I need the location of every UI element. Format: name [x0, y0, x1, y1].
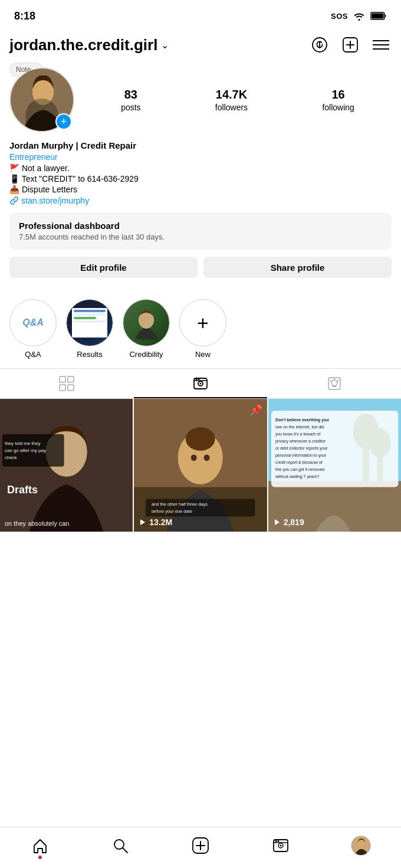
pro-dashboard-subtitle: 7.5M accounts reached in the last 30 day…	[19, 232, 382, 241]
profile-nav-avatar-svg	[351, 836, 371, 856]
bio-category[interactable]: Entrepreneur	[9, 152, 392, 162]
username-area[interactable]: jordan.the.credit.girl ⌄	[9, 36, 169, 54]
nav-home[interactable]	[22, 831, 58, 860]
highlight-new-circle: +	[179, 299, 226, 346]
edit-profile-button[interactable]: Edit profile	[9, 257, 198, 278]
link-icon	[9, 196, 19, 205]
action-buttons: Edit profile Share profile	[9, 257, 392, 278]
grid-item-2-bg: and the other half three days before you…	[134, 399, 267, 532]
threads-icon[interactable]	[309, 34, 330, 55]
nav-search[interactable]	[103, 831, 138, 860]
followers-stat[interactable]: 14.7K followers	[215, 88, 248, 112]
grid-icon	[59, 376, 74, 391]
add-story-button[interactable]: +	[55, 113, 72, 130]
nav-add[interactable]	[183, 831, 218, 860]
highlight-qa-circle: Q&A	[9, 299, 57, 346]
tab-tagged[interactable]	[267, 369, 401, 398]
view-count-2: 13.2M	[149, 517, 172, 527]
grid-item-2[interactable]: and the other half three days before you…	[134, 399, 267, 532]
sos-label: SOS	[331, 12, 348, 21]
posts-count: 83	[124, 88, 137, 101]
svg-point-72	[280, 844, 282, 846]
svg-text:without waiting 7 years?: without waiting 7 years?	[275, 474, 319, 479]
reels-nav-icon	[272, 837, 289, 854]
search-icon	[112, 837, 129, 854]
profile-nav-avatar	[351, 836, 371, 856]
svg-text:or debt collector reports your: or debt collector reports your	[275, 446, 328, 451]
add-icon	[192, 837, 209, 854]
add-post-icon[interactable]	[340, 34, 361, 55]
followers-count: 14.7K	[216, 88, 247, 101]
highlights-section: Q&A Q&A Results	[0, 297, 401, 368]
highlight-credibility-image	[123, 299, 169, 346]
profile-top: Note...	[9, 67, 392, 132]
svg-point-40	[186, 427, 215, 451]
highlight-qa[interactable]: Q&A Q&A	[9, 299, 57, 359]
highlight-results-label: Results	[77, 350, 102, 359]
status-bar: 8:18 SOS	[0, 0, 401, 30]
svg-rect-15	[60, 376, 65, 382]
bio-line-1: 🚩 Not a lawyer.	[9, 163, 392, 173]
svg-point-74	[275, 840, 277, 842]
menu-icon[interactable]	[370, 34, 392, 55]
bio-link[interactable]: stan.store/jmurphy	[9, 196, 392, 205]
results-inner	[67, 299, 113, 346]
svg-point-26	[331, 380, 337, 386]
tab-grid[interactable]	[0, 369, 134, 398]
grid-item-1[interactable]: they told me they can go after my pay ch…	[0, 399, 133, 532]
results-line-2	[74, 313, 106, 316]
svg-point-42	[204, 454, 210, 461]
nav-icons	[309, 34, 392, 55]
pin-icon: 📌	[249, 404, 262, 417]
tab-reels[interactable]	[134, 369, 268, 398]
credibility-face-svg	[130, 307, 163, 339]
chevron-down-icon: ⌄	[161, 40, 169, 51]
status-time: 8:18	[14, 10, 35, 22]
svg-text:they told me they: they told me they	[5, 441, 41, 446]
svg-point-75	[278, 840, 280, 842]
highlight-new[interactable]: + New	[179, 299, 226, 359]
svg-point-78	[357, 840, 366, 849]
home-notification-dot	[38, 856, 42, 859]
grid-item-1-svg: they told me they can go after my pay ch…	[0, 399, 133, 532]
highlight-qa-label: Q&A	[25, 350, 41, 359]
bio-line-2: 📱 Text "CREDIT" to 614-636-2929	[9, 174, 392, 184]
svg-text:and the other half three days: and the other half three days	[152, 502, 208, 507]
nav-profile[interactable]	[343, 831, 379, 860]
username-text: jordan.the.credit.girl	[9, 36, 157, 54]
grid-item-3[interactable]: Don't believe everthing you see on the i…	[268, 399, 401, 532]
results-line-3	[74, 317, 96, 319]
credibility-inner	[123, 299, 169, 346]
posts-stat[interactable]: 83 posts	[121, 88, 140, 112]
posts-label: posts	[121, 103, 140, 112]
bio-section: Jordan Murphy | Credit Repair Entreprene…	[9, 140, 392, 205]
highlight-credibility-label: Credibility	[129, 350, 163, 359]
svg-text:see on the internet, but did: see on the internet, but did	[275, 425, 324, 429]
highlight-results[interactable]: Results	[66, 299, 113, 359]
tab-bar	[0, 368, 401, 399]
svg-text:personal information to your: personal information to your	[275, 453, 327, 458]
results-line-4	[74, 320, 106, 323]
avatar-container[interactable]: Note...	[9, 67, 74, 132]
svg-rect-1	[372, 14, 384, 19]
followers-label: followers	[215, 103, 248, 112]
grid-item-2-svg: and the other half three days before you…	[134, 399, 267, 532]
highlight-credibility[interactable]: Credibility	[123, 299, 170, 359]
view-count-3: 2,819	[284, 517, 304, 527]
bio-link-text: stan.store/jmurphy	[21, 196, 89, 205]
status-icons: SOS	[331, 11, 387, 21]
following-stat[interactable]: 16 following	[322, 88, 354, 112]
svg-text:credit report & because of: credit report & because of	[275, 460, 323, 465]
svg-text:before your due date: before your due date	[152, 509, 192, 514]
share-profile-button[interactable]: Share profile	[203, 257, 392, 278]
play-icon-3	[273, 518, 281, 526]
highlight-new-plus: +	[197, 312, 209, 335]
nav-reels[interactable]	[263, 831, 298, 860]
svg-text:check: check	[5, 455, 17, 460]
pro-dashboard[interactable]: Professional dashboard 7.5M accounts rea…	[9, 212, 392, 250]
grid-drafts-label: Drafts	[7, 484, 38, 496]
results-line-1	[74, 310, 106, 312]
content-grid: they told me they can go after my pay ch…	[0, 399, 401, 532]
svg-point-41	[191, 454, 197, 461]
following-count: 16	[331, 88, 344, 101]
